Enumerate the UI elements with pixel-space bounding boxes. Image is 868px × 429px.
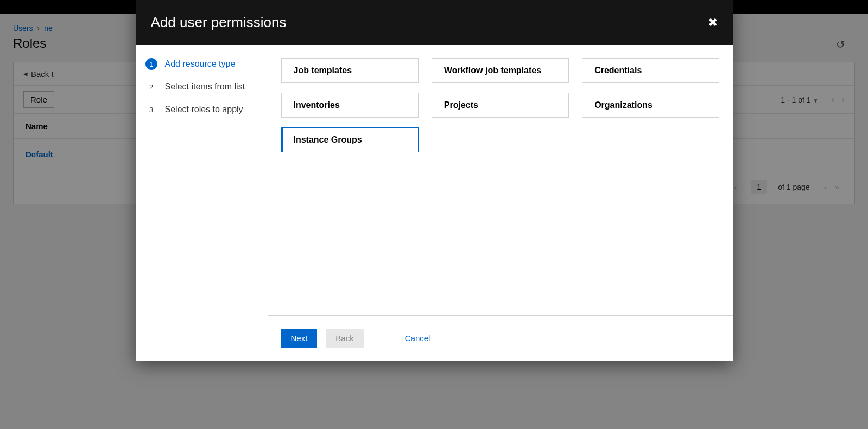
wizard-nav: 1 Add resource type 2 Select items from … (136, 45, 268, 361)
step-number: 1 (145, 58, 157, 70)
resource-organizations[interactable]: Organizations (582, 93, 719, 118)
wizard-step-1[interactable]: 1 Add resource type (145, 58, 258, 70)
resource-workflow-job-templates[interactable]: Workflow job templates (432, 58, 569, 83)
close-icon[interactable]: ✖ (708, 16, 718, 30)
modal-title: Add user permissions (151, 14, 287, 31)
next-button[interactable]: Next (281, 329, 318, 348)
step-label: Add resource type (165, 59, 236, 69)
resource-type-grid: Job templates Workflow job templates Cre… (268, 45, 733, 315)
resource-projects[interactable]: Projects (432, 93, 569, 118)
cancel-button[interactable]: Cancel (405, 334, 430, 343)
step-number: 3 (145, 104, 157, 116)
back-button: Back (326, 329, 363, 348)
resource-credentials[interactable]: Credentials (582, 58, 719, 83)
resource-instance-groups[interactable]: Instance Groups (281, 127, 419, 152)
step-label: Select items from list (165, 82, 245, 92)
wizard-step-3[interactable]: 3 Select roles to apply (145, 104, 258, 116)
step-label: Select roles to apply (165, 105, 243, 114)
resource-inventories[interactable]: Inventories (281, 93, 419, 118)
modal-footer: Next Back Cancel (268, 316, 733, 361)
add-permissions-modal: Add user permissions ✖ 1 Add resource ty… (136, 0, 733, 361)
resource-job-templates[interactable]: Job templates (281, 58, 419, 83)
modal-overlay: Add user permissions ✖ 1 Add resource ty… (0, 0, 868, 429)
step-number: 2 (145, 81, 157, 93)
wizard-step-2[interactable]: 2 Select items from list (145, 81, 258, 93)
